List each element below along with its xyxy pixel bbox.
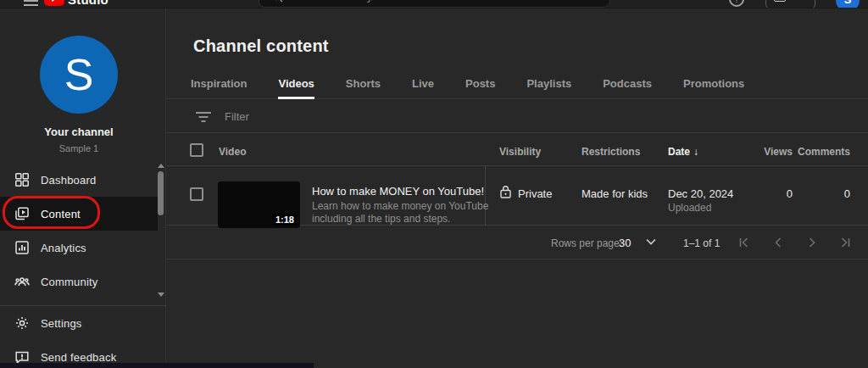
tab-shorts[interactable]: Shorts — [346, 73, 381, 99]
sidebar-item-dashboard[interactable]: Dashboard — [0, 163, 158, 197]
sidebar-item-label: Analytics — [41, 242, 86, 254]
column-header-comments[interactable]: Comments — [798, 146, 850, 158]
tab-playlists[interactable]: Playlists — [526, 73, 571, 99]
sidebar-scrollbar[interactable] — [157, 163, 164, 300]
channel-subtitle: Sample 1 — [0, 143, 158, 153]
table-header: Video Visibility Restrictions Date↓ View… — [167, 133, 868, 166]
search-icon — [271, 0, 283, 3]
scroll-up-icon[interactable] — [158, 164, 164, 168]
filter-bar[interactable]: Filter — [167, 99, 868, 133]
dropdown-chevron-icon[interactable] — [645, 237, 657, 246]
sidebar-item-label: Content — [41, 208, 81, 220]
sidebar-item-community[interactable]: Community — [0, 265, 158, 298]
content-icon — [14, 205, 31, 222]
date-status: Uploaded — [668, 202, 711, 214]
tab-live[interactable]: Live — [412, 73, 434, 99]
video-title[interactable]: How to make MONEY on YouTube! — [312, 185, 484, 198]
prev-page-icon[interactable] — [771, 235, 786, 250]
content-tabs: Inspiration Videos Shorts Live Posts Pla… — [167, 73, 868, 99]
filter-icon — [195, 111, 212, 123]
row-checkbox[interactable] — [190, 187, 203, 201]
tab-inspiration[interactable]: Inspiration — [191, 73, 247, 99]
account-avatar[interactable]: S — [836, 0, 860, 8]
sidebar-item-label: Send feedback — [41, 351, 116, 364]
date-value: Dec 20, 2024 — [668, 187, 733, 200]
sidebar-footer-nav: Settings Send feedback — [0, 306, 158, 368]
scrollbar-thumb[interactable] — [158, 171, 164, 215]
hamburger-icon[interactable] — [24, 0, 38, 8]
tab-podcasts[interactable]: Podcasts — [603, 73, 652, 99]
sidebar-item-analytics[interactable]: Analytics — [0, 231, 158, 265]
first-page-icon[interactable] — [737, 235, 752, 250]
scroll-down-icon[interactable] — [158, 293, 164, 297]
visibility-value[interactable]: Private — [518, 187, 552, 200]
analytics-icon — [14, 239, 31, 256]
comments-value: 0 — [844, 187, 850, 200]
sidebar-item-label: Settings — [41, 317, 82, 330]
tab-posts[interactable]: Posts — [465, 73, 495, 99]
views-value: 0 — [787, 187, 793, 200]
sidebar-item-label: Community — [41, 276, 98, 288]
create-button[interactable] — [765, 0, 815, 8]
tab-videos[interactable]: Videos — [278, 73, 314, 99]
next-page-icon[interactable] — [804, 235, 820, 250]
column-header-restrictions[interactable]: Restrictions — [581, 146, 640, 158]
tab-promotions[interactable]: Promotions — [683, 73, 744, 99]
lock-icon — [499, 185, 512, 199]
sidebar: S Your channel Sample 1 Dashboard Conten… — [0, 8, 166, 368]
channel-avatar[interactable]: S — [40, 36, 118, 114]
settings-icon — [14, 315, 31, 332]
video-thumbnail[interactable]: 1:18 — [218, 181, 300, 228]
restrictions-value[interactable]: Made for kids — [581, 187, 648, 200]
column-header-views[interactable]: Views — [764, 146, 793, 158]
window-edge-strip — [0, 363, 314, 368]
filter-placeholder: Filter — [225, 110, 249, 123]
sidebar-item-settings[interactable]: Settings — [0, 306, 158, 340]
studio-logo-text[interactable]: Studio — [68, 0, 108, 7]
sidebar-item-label: Dashboard — [41, 174, 96, 187]
youtube-logo-icon[interactable] — [44, 0, 64, 6]
top-app-bar: Studio Search across your channel ? S — [0, 0, 868, 8]
column-divider — [485, 166, 486, 226]
column-header-date[interactable]: Date↓ — [668, 146, 698, 158]
rows-per-page-label: Rows per page: — [551, 237, 622, 249]
main-content: Channel content Inspiration Videos Short… — [167, 8, 868, 368]
sort-arrow-down-icon: ↓ — [693, 146, 698, 158]
date-header-label: Date — [668, 146, 690, 158]
table-row[interactable]: 1:18 How to make MONEY on YouTube! Learn… — [167, 166, 868, 226]
column-header-visibility[interactable]: Visibility — [499, 146, 541, 158]
video-duration-badge: 1:18 — [272, 214, 298, 226]
search-placeholder: Search across your channel — [293, 0, 430, 3]
search-input[interactable]: Search across your channel — [259, 0, 610, 8]
page-range-label: 1–1 of 1 — [683, 237, 720, 249]
create-icon — [774, 0, 786, 2]
community-icon — [14, 273, 31, 290]
pagination-bar: Rows per page: 30 1–1 of 1 — [167, 226, 868, 259]
select-all-checkbox[interactable] — [190, 143, 203, 157]
help-icon[interactable]: ? — [729, 0, 744, 7]
sidebar-item-content[interactable]: Content — [0, 197, 158, 231]
dashboard-icon — [14, 171, 31, 188]
last-page-icon[interactable] — [837, 235, 853, 250]
channel-name: Your channel — [0, 125, 158, 138]
column-header-video[interactable]: Video — [219, 146, 246, 158]
sidebar-nav: Dashboard Content Analytics — [0, 163, 158, 298]
rows-per-page-value[interactable]: 30 — [619, 237, 631, 249]
page-title: Channel content — [193, 36, 329, 56]
